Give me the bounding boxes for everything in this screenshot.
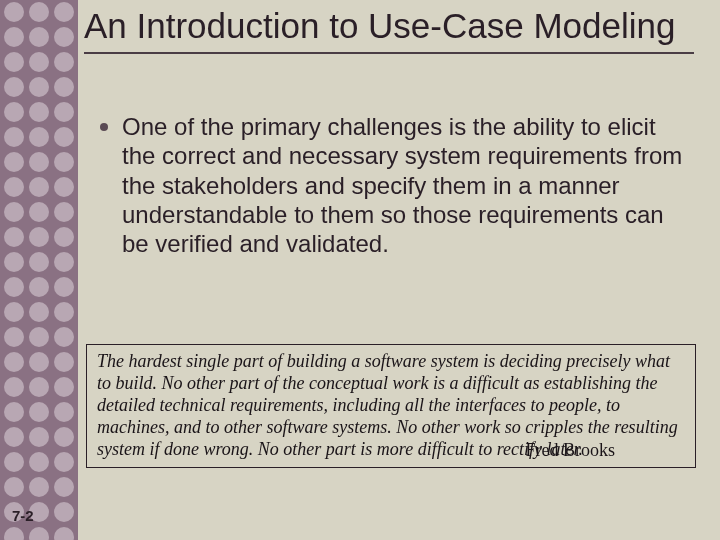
svg-point-8 <box>54 52 74 72</box>
svg-point-62 <box>54 502 74 522</box>
svg-point-6 <box>4 52 24 72</box>
svg-point-26 <box>54 202 74 222</box>
svg-point-53 <box>54 427 74 447</box>
svg-point-18 <box>4 152 24 172</box>
svg-point-25 <box>29 202 49 222</box>
body-area: One of the primary challenges is the abi… <box>100 112 694 258</box>
svg-point-33 <box>4 277 24 297</box>
svg-point-22 <box>29 177 49 197</box>
svg-point-47 <box>54 377 74 397</box>
svg-point-9 <box>4 77 24 97</box>
svg-point-57 <box>4 477 24 497</box>
svg-point-44 <box>54 352 74 372</box>
svg-point-17 <box>54 127 74 147</box>
svg-point-29 <box>54 227 74 247</box>
svg-point-5 <box>54 27 74 47</box>
svg-point-51 <box>4 427 24 447</box>
svg-point-34 <box>29 277 49 297</box>
svg-point-23 <box>54 177 74 197</box>
title-area: An Introduction to Use-Case Modeling <box>84 6 694 54</box>
svg-point-52 <box>29 427 49 447</box>
svg-point-14 <box>54 102 74 122</box>
svg-point-1 <box>29 2 49 22</box>
svg-point-55 <box>29 452 49 472</box>
svg-point-59 <box>54 477 74 497</box>
svg-point-0 <box>4 2 24 22</box>
bullet-text: One of the primary challenges is the abi… <box>122 112 694 258</box>
svg-point-13 <box>29 102 49 122</box>
svg-point-65 <box>54 527 74 540</box>
svg-point-2 <box>54 2 74 22</box>
decorative-dot-column <box>0 0 78 540</box>
svg-point-31 <box>29 252 49 272</box>
svg-point-42 <box>4 352 24 372</box>
svg-point-48 <box>4 402 24 422</box>
svg-point-24 <box>4 202 24 222</box>
svg-point-50 <box>54 402 74 422</box>
svg-point-46 <box>29 377 49 397</box>
svg-point-36 <box>4 302 24 322</box>
quote-box: The hardest single part of building a so… <box>86 344 696 468</box>
svg-point-10 <box>29 77 49 97</box>
svg-point-27 <box>4 227 24 247</box>
svg-point-4 <box>29 27 49 47</box>
slide-title: An Introduction to Use-Case Modeling <box>84 6 694 46</box>
svg-point-15 <box>4 127 24 147</box>
svg-point-43 <box>29 352 49 372</box>
bullet-item: One of the primary challenges is the abi… <box>100 112 694 258</box>
svg-point-11 <box>54 77 74 97</box>
svg-point-12 <box>4 102 24 122</box>
title-underline <box>84 52 694 54</box>
svg-point-20 <box>54 152 74 172</box>
quote-attribution: Fred Brooks <box>526 440 616 461</box>
bullet-dot-icon <box>100 123 108 131</box>
svg-point-37 <box>29 302 49 322</box>
svg-point-45 <box>4 377 24 397</box>
svg-point-64 <box>29 527 49 540</box>
svg-point-41 <box>54 327 74 347</box>
svg-point-40 <box>29 327 49 347</box>
svg-point-63 <box>4 527 24 540</box>
svg-point-30 <box>4 252 24 272</box>
svg-point-3 <box>4 27 24 47</box>
page-number: 7-2 <box>12 507 34 524</box>
svg-point-56 <box>54 452 74 472</box>
svg-point-21 <box>4 177 24 197</box>
svg-point-16 <box>29 127 49 147</box>
svg-point-32 <box>54 252 74 272</box>
svg-point-38 <box>54 302 74 322</box>
svg-point-28 <box>29 227 49 247</box>
svg-point-39 <box>4 327 24 347</box>
svg-point-19 <box>29 152 49 172</box>
svg-point-54 <box>4 452 24 472</box>
svg-point-58 <box>29 477 49 497</box>
svg-point-49 <box>29 402 49 422</box>
svg-point-35 <box>54 277 74 297</box>
svg-point-7 <box>29 52 49 72</box>
